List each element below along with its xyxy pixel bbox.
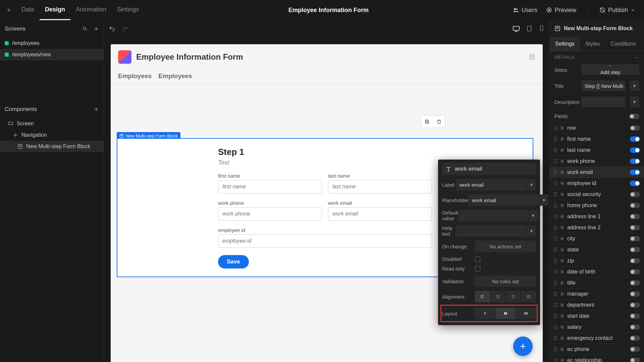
field-list-item[interactable]: ec phone [550, 344, 644, 355]
field-toggle[interactable] [630, 302, 640, 308]
field-toggle[interactable] [630, 181, 640, 186]
top-tab-automation[interactable]: Automation [70, 0, 112, 20]
disabled-checkbox[interactable] [475, 256, 480, 262]
gear-icon[interactable] [560, 314, 565, 318]
field-list-item[interactable]: address line 2 [550, 222, 644, 233]
drag-handle-icon[interactable] [554, 126, 557, 130]
mobile-icon[interactable] [539, 25, 545, 31]
gear-icon[interactable] [560, 303, 565, 307]
drag-handle-icon[interactable] [554, 358, 557, 362]
layout-two-col[interactable] [495, 308, 516, 319]
drag-handle-icon[interactable] [554, 137, 557, 141]
gear-icon[interactable] [560, 258, 565, 263]
redo-icon[interactable] [121, 25, 128, 32]
bolt-icon[interactable] [630, 97, 639, 107]
field-toggle[interactable] [630, 125, 640, 131]
field-toggle[interactable] [630, 269, 640, 275]
page-tab[interactable]: Employees [118, 72, 152, 80]
field-list-item[interactable]: address line 1 [550, 211, 644, 222]
gear-icon[interactable] [560, 225, 565, 230]
component-item[interactable]: New Multi-step Form Block [0, 141, 104, 152]
save-button[interactable]: Save [218, 255, 249, 268]
align-center[interactable] [490, 291, 506, 302]
users-button[interactable]: Users [513, 7, 537, 14]
drag-handle-icon[interactable] [554, 203, 557, 208]
plus-icon[interactable] [94, 26, 99, 32]
last-name-input[interactable] [328, 180, 432, 193]
bolt-icon[interactable] [539, 194, 548, 206]
publish-button[interactable]: Publish [599, 7, 635, 14]
drag-handle-icon[interactable] [554, 214, 557, 219]
drag-handle-icon[interactable] [554, 258, 557, 263]
drag-handle-icon[interactable] [554, 181, 557, 186]
title-input[interactable]: Step {{ New Multi… [581, 80, 625, 91]
drag-handle-icon[interactable] [554, 148, 557, 153]
drag-handle-icon[interactable] [554, 281, 557, 285]
gear-icon[interactable] [560, 137, 565, 141]
gear-icon[interactable] [560, 325, 565, 329]
bolt-icon[interactable] [527, 179, 536, 190]
field-list-item[interactable]: title [550, 277, 644, 288]
drag-handle-icon[interactable] [554, 225, 557, 230]
field-list-item[interactable]: employee id [550, 178, 644, 189]
field-toggle[interactable] [630, 324, 640, 330]
field-toggle[interactable] [630, 159, 640, 164]
field-list-item[interactable]: city [550, 233, 644, 244]
component-item[interactable]: Screen [0, 118, 104, 129]
employee-id-input[interactable] [218, 234, 432, 248]
field-list-item[interactable]: state [550, 244, 644, 255]
component-item[interactable]: Navigation [0, 129, 104, 141]
desktop-icon[interactable] [513, 25, 520, 33]
fields-master-toggle[interactable] [629, 114, 639, 119]
gear-icon[interactable] [560, 126, 565, 130]
apps-grid-icon[interactable] [529, 54, 535, 60]
field-list-item[interactable]: start date [550, 310, 644, 321]
description-input[interactable] [581, 97, 625, 107]
field-list-item[interactable]: date of birth [550, 266, 644, 277]
layout-three-col[interactable] [516, 308, 536, 319]
bolt-icon[interactable] [630, 80, 639, 91]
field-toggle[interactable] [630, 258, 640, 263]
gear-icon[interactable] [560, 336, 565, 341]
gear-icon[interactable] [560, 236, 565, 241]
gear-icon[interactable] [560, 148, 565, 153]
gear-icon[interactable] [560, 181, 565, 186]
align-left[interactable] [475, 291, 490, 302]
drag-handle-icon[interactable] [554, 314, 557, 318]
field-list-item[interactable]: social security [550, 189, 644, 200]
field-toggle[interactable] [630, 247, 640, 252]
drag-handle-icon[interactable] [554, 159, 557, 164]
field-toggle[interactable] [630, 136, 640, 142]
field-toggle[interactable] [630, 313, 640, 319]
validation-button[interactable]: No rules set [475, 276, 536, 287]
field-toggle[interactable] [630, 192, 640, 197]
back-button[interactable] [3, 7, 16, 13]
field-toggle[interactable] [630, 280, 640, 286]
drag-handle-icon[interactable] [554, 247, 557, 252]
field-list-item[interactable]: ec relationship [550, 355, 644, 362]
duplicate-button[interactable] [421, 116, 433, 128]
preview-button[interactable]: Preview [546, 7, 576, 14]
search-icon[interactable] [82, 26, 88, 32]
top-tab-data[interactable]: Data [16, 0, 40, 20]
page-tab[interactable]: Employees [158, 72, 192, 80]
field-list-item[interactable]: department [550, 299, 644, 310]
screen-item[interactable]: /employees [0, 38, 104, 49]
field-toggle[interactable] [630, 236, 640, 241]
field-list-item[interactable]: home phone [550, 200, 644, 211]
on-change-button[interactable]: No actions set [475, 241, 536, 252]
drag-handle-icon[interactable] [554, 170, 557, 175]
bolt-icon[interactable] [529, 210, 538, 221]
align-right[interactable] [506, 291, 521, 302]
gear-icon[interactable] [560, 347, 565, 352]
align-justify[interactable] [521, 291, 536, 302]
screen-item[interactable]: /employees/new [0, 49, 104, 60]
field-list-item[interactable]: zip [550, 255, 644, 266]
gear-icon[interactable] [560, 192, 565, 197]
gear-icon[interactable] [560, 203, 565, 208]
drag-handle-icon[interactable] [554, 347, 557, 352]
add-step-button[interactable]: Add step [581, 64, 639, 75]
undo-icon[interactable] [109, 25, 115, 32]
field-toggle[interactable] [630, 147, 640, 153]
details-section-header[interactable]: DETAILS— [550, 51, 644, 62]
